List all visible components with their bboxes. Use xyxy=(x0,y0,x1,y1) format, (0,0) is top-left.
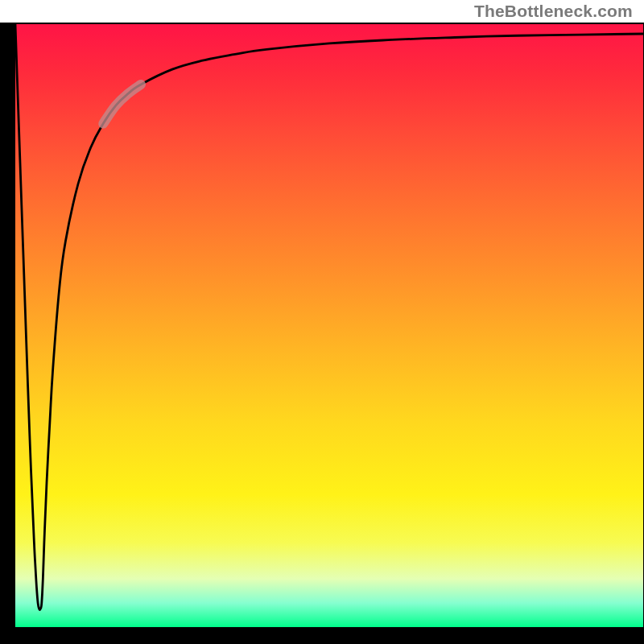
watermark-text: TheBottleneck.com xyxy=(474,2,633,21)
plot-gradient-area xyxy=(15,24,643,627)
bottleneck-curve-path xyxy=(15,24,643,610)
chart-curve-svg xyxy=(15,24,643,627)
chart-frame xyxy=(0,23,644,644)
bottleneck-curve-highlight xyxy=(103,85,141,124)
